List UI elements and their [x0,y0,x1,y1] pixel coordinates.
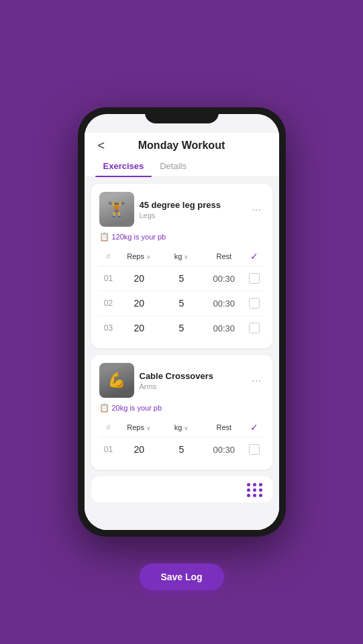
reps-dropdown-cable[interactable]: ∨ [146,425,151,431]
col-header-num-cable: # [99,423,118,431]
checkbox-2[interactable] [249,298,260,309]
grid-menu-button[interactable] [247,483,263,497]
set-checkbox-3 [245,323,264,333]
sets-table-leg-press: 01 20 5 00:30 02 20 5 00:30 [99,266,264,340]
pb-icon: 📋 [99,232,109,241]
set-kg-1[interactable]: 5 [160,273,203,284]
screen-content: < Monday Workout Exercises Details 🏋️ 45… [85,114,279,530]
checkbox-cable-1[interactable] [249,444,260,455]
exercise-card-cable: 💪 Cable Crossovers Arms ··· 📋 20kg is yo… [91,355,272,470]
exercise-name-leg-press: 45 degree leg press [140,200,244,210]
exercise-name-cable: Cable Crossovers [140,371,244,381]
exercise-menu-leg-press[interactable]: ··· [248,200,264,219]
leg-press-visual: 🏋️ [99,192,134,227]
exercise-info-leg-press: 45 degree leg press Legs [134,200,249,219]
tab-details[interactable]: Details [152,156,195,176]
col-header-reps: Reps ∨ [118,252,160,260]
pb-badge-cable: 📋 20kg is your pb [99,403,264,413]
exercise-header: 🏋️ 45 degree leg press Legs ··· [99,192,264,227]
sets-table-cable: 01 20 5 00:30 [99,437,264,462]
checkbox-3[interactable] [249,323,260,333]
set-num-2: 02 [99,299,118,308]
set-reps-cable-1[interactable]: 20 [118,444,160,455]
tab-exercises[interactable]: Exercises [95,156,152,176]
header: < Monday Workout [85,133,279,156]
col-header-rest: Rest [203,252,245,260]
phone-notch [145,107,219,123]
col-header-kg: kg ∨ [160,252,203,260]
col-header-num: # [99,252,118,260]
col-header-check: ✓ [245,251,264,262]
pb-icon-cable: 📋 [99,403,109,413]
pb-badge-leg-press: 📋 120kg is your pb [99,232,264,241]
dot-3 [259,483,262,486]
exercise-image-leg-press: 🏋️ [99,192,134,227]
col-header-kg-cable: kg ∨ [160,423,203,431]
pb-text-cable: 20kg is your pb [112,404,162,412]
exercise-header-cable: 💪 Cable Crossovers Arms ··· [99,363,264,398]
exercise-image-cable: 💪 [99,363,134,398]
kg-dropdown-arrow[interactable]: ∨ [184,254,189,260]
dot-6 [259,488,262,492]
exercise-category-cable: Arms [140,382,244,390]
exercise-category-leg-press: Legs [140,211,244,219]
set-num-1: 01 [99,274,118,283]
cable-visual: 💪 [99,363,134,398]
pb-text-leg-press: 120kg is your pb [112,233,166,241]
set-rest-1: 00:30 [203,274,245,284]
set-row: 01 20 5 00:30 [99,266,264,291]
set-num-3: 03 [99,323,118,333]
phone-screen: < Monday Workout Exercises Details 🏋️ 45… [85,114,279,530]
sets-header-cable: # Reps ∨ kg ∨ Rest ✓ [99,419,264,437]
tabs-bar: Exercises Details [85,156,279,177]
reps-dropdown-arrow[interactable]: ∨ [146,254,151,260]
back-button[interactable]: < [95,136,108,156]
phone-frame: < Monday Workout Exercises Details 🏋️ 45… [78,107,286,537]
exercise-menu-cable[interactable]: ··· [248,371,264,390]
dot-5 [253,488,256,492]
col-header-rest-cable: Rest [203,423,245,431]
dot-8 [253,494,256,497]
page-title: Monday Workout [138,140,225,152]
set-num-cable-1: 01 [99,445,118,454]
set-row: 02 20 5 00:30 [99,291,264,316]
set-checkbox-2 [245,298,264,309]
set-kg-2[interactable]: 5 [160,298,203,309]
set-kg-cable-1[interactable]: 5 [160,444,203,455]
col-header-reps-cable: Reps ∨ [118,423,160,431]
dot-2 [253,483,256,486]
sets-header-leg-press: # Reps ∨ kg ∨ Rest ✓ [99,248,264,266]
set-reps-1[interactable]: 20 [118,273,160,284]
dot-9 [259,494,262,497]
dot-7 [247,494,250,497]
set-row-cable-1: 01 20 5 00:30 [99,437,264,462]
exercise-card-leg-press: 🏋️ 45 degree leg press Legs ··· 📋 120kg … [91,184,272,348]
kg-dropdown-cable[interactable]: ∨ [184,425,189,431]
set-rest-2: 00:30 [203,299,245,309]
set-rest-cable-1: 00:30 [203,445,245,455]
set-rest-3: 00:30 [203,323,245,333]
set-row: 03 20 5 00:30 [99,316,264,340]
set-kg-3[interactable]: 5 [160,323,203,333]
exercise-info-cable: Cable Crossovers Arms [134,371,249,390]
dot-4 [247,488,250,492]
col-header-check-cable: ✓ [245,422,264,433]
bottom-nav [91,476,272,502]
checkbox-1[interactable] [249,273,260,284]
set-checkbox-1 [245,273,264,284]
set-checkbox-cable-1 [245,444,264,455]
dot-1 [247,483,250,486]
set-reps-2[interactable]: 20 [118,298,160,309]
set-reps-3[interactable]: 20 [118,323,160,333]
